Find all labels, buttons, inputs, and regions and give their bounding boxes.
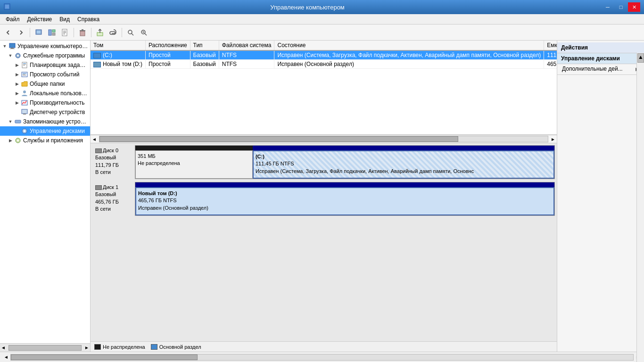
disk-mgmt-icon xyxy=(21,127,28,135)
disk1-name: Диск 1 xyxy=(103,184,118,191)
menu-file[interactable]: Файл xyxy=(2,15,24,24)
col-location[interactable]: Расположение xyxy=(146,41,190,50)
d-drive-size: 465,76 ГБ NTFS xyxy=(138,197,552,204)
forward-button[interactable] xyxy=(15,26,27,39)
delete-button[interactable] xyxy=(76,26,89,39)
main-container: ▼ Управление компьютером (л... ▼ Служебн… xyxy=(0,41,644,352)
toolbar-sep3 xyxy=(91,28,91,37)
sidebar-item-event-viewer[interactable]: ▶ Просмотр событий xyxy=(0,70,90,79)
col-type[interactable]: Тип xyxy=(190,41,219,50)
svg-rect-1 xyxy=(5,5,9,8)
sidebar-item-local-users[interactable]: ▶ Локальные пользовате... xyxy=(0,89,90,98)
menu-view[interactable]: Вид xyxy=(56,15,74,24)
sidebar-item-storage[interactable]: ▼ Запоминающие устройст... xyxy=(0,117,90,126)
hscroll-right[interactable]: ► xyxy=(549,137,557,142)
col-status[interactable]: Состояние xyxy=(274,41,544,50)
maximize-button[interactable]: □ xyxy=(615,2,627,12)
volumes-table: Том Расположение Тип Файловая система Со… xyxy=(91,41,557,69)
sidebar-item-computer[interactable]: ▼ Управление компьютером (л... xyxy=(0,41,90,51)
table-hscroll[interactable]: ◄ ► xyxy=(91,135,557,143)
table-row[interactable]: (C:) Простой Базовый NTFS Исправен (Сист… xyxy=(91,50,557,60)
sidebar-label-events: Просмотр событий xyxy=(30,71,79,78)
hscroll-track[interactable] xyxy=(99,136,548,142)
sidebar-item-performance[interactable]: ▶ Производительность xyxy=(0,98,90,107)
right-panel-sep xyxy=(557,74,644,75)
sidebar-item-shared-folders[interactable]: ▶ Общие папки xyxy=(0,79,90,89)
svc-icon xyxy=(14,137,22,144)
table-row[interactable]: Новый том (D:) Простой Базовый NTFS Испр… xyxy=(91,60,557,69)
title-bar: Управление компьютером ─ □ ✕ xyxy=(0,0,644,14)
sidebar-label-disk-mgmt: Управление дисками xyxy=(30,128,85,134)
right-panel-vscroll[interactable]: ▲ xyxy=(636,53,644,362)
attach-button[interactable] xyxy=(107,26,119,39)
sidebar-item-services-apps[interactable]: ▼ Служебные программы xyxy=(0,51,90,60)
disk-area: Диск 0 Базовый 111,79 ГБ В сети 3 xyxy=(91,143,557,341)
up-button[interactable] xyxy=(33,26,45,39)
status-bar: ◄ ► xyxy=(0,352,644,362)
cell-fs: NTFS xyxy=(219,50,274,60)
disk1-d-drive[interactable]: Новый том (D:) 465,76 ГБ NTFS Исправен (… xyxy=(135,187,554,215)
expand-icon: ▶ xyxy=(13,100,21,105)
sidebar-scroll-thumb[interactable] xyxy=(8,345,82,351)
sidebar-scroll-left[interactable]: ◄ xyxy=(0,345,7,350)
window-controls: ─ □ ✕ xyxy=(602,2,640,12)
unalloc-size: 351 МБ xyxy=(138,153,250,160)
properties-button[interactable] xyxy=(59,26,71,39)
disk0-partitions: 351 МБ Не распределена (C:) 111,45 ГБ NT… xyxy=(135,145,555,179)
cell-location: Простой xyxy=(146,50,190,60)
perf-icon xyxy=(21,99,28,107)
zoom-button[interactable] xyxy=(138,26,150,39)
right-panel-more-actions[interactable]: Дополнительные дей... ▶ xyxy=(557,64,644,74)
legend-primary-label: Основной раздел xyxy=(159,344,201,350)
disk0-name: Диск 0 xyxy=(103,147,118,154)
disk0-unalloc[interactable]: 351 МБ Не распределена xyxy=(135,150,253,179)
sidebar-item-device-manager[interactable]: Диспетчер устройств xyxy=(0,107,90,117)
close-button[interactable]: ✕ xyxy=(628,2,640,12)
expand-icon: ▼ xyxy=(1,44,8,49)
disk1-bar xyxy=(135,182,554,187)
status-hscroll-thumb[interactable] xyxy=(11,354,198,360)
hscroll-left[interactable]: ◄ xyxy=(91,137,98,142)
export-button[interactable] xyxy=(94,26,106,39)
legend-unalloc-label: Не распределена xyxy=(103,344,145,350)
unalloc-label: Не распределена xyxy=(138,160,250,167)
sidebar-item-services[interactable]: ▶ Службы и приложения xyxy=(0,136,90,145)
col-size[interactable]: Емко... xyxy=(544,41,557,50)
svg-point-34 xyxy=(23,90,26,93)
svg-rect-28 xyxy=(23,64,26,65)
search-button[interactable] xyxy=(124,26,137,39)
svg-point-42 xyxy=(24,130,25,132)
menu-action[interactable]: Действие xyxy=(24,15,56,24)
toolbar-sep1 xyxy=(30,28,30,37)
col-vol[interactable]: Том xyxy=(91,41,146,50)
menu-help[interactable]: Справка xyxy=(74,15,103,24)
svg-rect-6 xyxy=(52,33,55,35)
svg-rect-38 xyxy=(15,120,21,123)
back-button[interactable] xyxy=(2,26,14,39)
services-icon xyxy=(14,52,22,59)
sidebar-tree: ▼ Управление компьютером (л... ▼ Служебн… xyxy=(0,41,91,343)
sidebar-hscroll[interactable]: ◄ ► xyxy=(0,343,90,352)
cell-vol: (C:) xyxy=(91,50,146,60)
col-fs[interactable]: Файловая система xyxy=(219,41,274,50)
sidebar-scroll-right[interactable]: ► xyxy=(83,345,90,350)
vscroll-up[interactable]: ▲ xyxy=(637,53,644,63)
disk0-c-drive[interactable]: (C:) 111,45 ГБ NTFS Исправен (Система, З… xyxy=(253,150,554,179)
disk1-block: Диск 1 Базовый 465,76 ГБ В сети Новый то… xyxy=(92,182,555,216)
more-actions-label: Дополнительные дей... xyxy=(562,66,623,72)
svg-rect-31 xyxy=(23,73,26,74)
disk0-bar-c xyxy=(253,146,554,150)
status-scroll-left[interactable]: ◄ xyxy=(4,354,8,360)
minimize-button[interactable]: ─ xyxy=(602,2,614,12)
legend-primary-box xyxy=(151,344,157,350)
computer-icon xyxy=(8,42,16,50)
status-hscroll-track[interactable] xyxy=(10,354,634,361)
sidebar-item-task-scheduler[interactable]: ▶ Планировщик заданий xyxy=(0,60,90,70)
cell-size: 111,45 xyxy=(544,50,557,60)
hscroll-thumb[interactable] xyxy=(99,136,458,142)
disk1-partitions: Новый том (D:) 465,76 ГБ NTFS Исправен (… xyxy=(135,182,555,216)
cell-vol: Новый том (D:) xyxy=(91,60,146,69)
show-hide-button[interactable] xyxy=(46,26,58,39)
sidebar-item-disk-management[interactable]: Управление дисками xyxy=(0,126,90,136)
disk0-size: 111,79 ГБ xyxy=(95,162,132,169)
